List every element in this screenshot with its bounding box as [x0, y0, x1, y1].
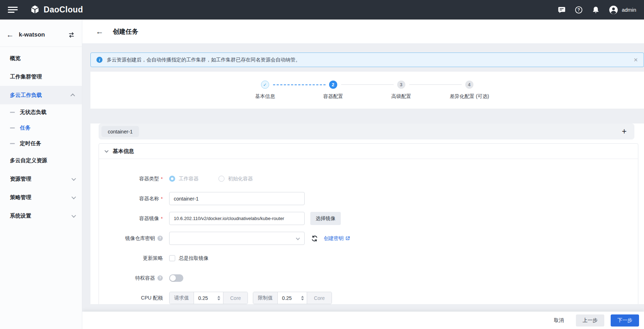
registry-secret-select[interactable]: [169, 232, 305, 245]
step-1-label: 基本信息: [255, 93, 275, 100]
radio-selected-icon: [169, 176, 175, 182]
sidebar-item-jobs[interactable]: 任务: [0, 120, 82, 136]
chat-icon[interactable]: [558, 6, 566, 14]
select-image-button[interactable]: 选择镜像: [310, 212, 341, 225]
sidebar-item-stateless[interactable]: 无状态负载: [0, 104, 82, 120]
update-policy-row: 更新策略 总是拉取镜像: [99, 252, 638, 265]
sidebar-item-custom-resources[interactable]: 多云自定义资源: [0, 151, 82, 170]
brand-name: DaoCloud: [44, 5, 83, 15]
cluster-name: k-watson: [19, 31, 45, 38]
sidebar-item-cluster-mgmt[interactable]: 工作集群管理: [0, 67, 82, 86]
stepper-connector: [409, 84, 462, 85]
sidebar-item-overview[interactable]: 概览: [0, 49, 82, 67]
cpu-limit-input[interactable]: [278, 295, 296, 301]
stepper-panel: ✓ 基本信息 2 容器配置 3 高级配置 4: [90, 72, 644, 109]
prev-step-button[interactable]: 上一步: [576, 314, 604, 327]
dash-icon: [10, 143, 15, 144]
svg-text:?: ?: [578, 7, 580, 12]
step-2: 2 容器配置: [329, 81, 338, 89]
step-4: 4 差异化配置 (可选): [465, 81, 474, 89]
stepper: ✓ 基本信息 2 容器配置 3 高级配置 4: [261, 81, 474, 109]
radio-init-container[interactable]: 初始化容器: [218, 176, 253, 182]
create-secret-link[interactable]: 创建密钥: [324, 235, 350, 242]
cpu-limit-label: 限制值: [253, 292, 278, 304]
chevron-down-icon: [72, 194, 76, 199]
step-3-label: 高级配置: [392, 93, 411, 100]
basic-info-section: 基本信息 容器类型* 工作容器: [99, 143, 638, 304]
page-title: 创建任务: [113, 27, 138, 36]
collapse-chevron-icon: [105, 149, 109, 153]
privileged-row: 特权容器 ?: [99, 272, 638, 285]
tab-container-1[interactable]: container-1: [101, 126, 139, 137]
page-header: ← 创建任务: [82, 20, 644, 43]
sidebar-back-icon[interactable]: ←: [6, 31, 14, 39]
topbar: DaoCloud ?: [0, 0, 644, 20]
cpu-limit-group: 限制值 Core: [253, 292, 332, 304]
step-2-circle: 2: [329, 81, 337, 89]
stepper-arrows[interactable]: [301, 296, 304, 300]
external-link-icon: [345, 236, 350, 241]
stepper-arrows[interactable]: [217, 296, 220, 300]
help-icon[interactable]: ?: [575, 6, 583, 14]
sidebar-item-resource-mgmt[interactable]: 资源管理: [0, 170, 82, 188]
hamburger-menu-icon[interactable]: [8, 5, 18, 14]
sidebar-item-system-settings[interactable]: 系统设置: [0, 207, 82, 225]
username[interactable]: admin: [622, 7, 636, 13]
section-title: 基本信息: [113, 148, 134, 155]
container-name-row: 容器名称*: [99, 192, 638, 205]
stepper-connector: [341, 84, 394, 85]
radio-work-container[interactable]: 工作容器: [169, 176, 199, 182]
sidebar: ← k-watson 概览 工作集群管理 多云工作负载: [0, 20, 82, 329]
daocloud-cube-icon: [30, 5, 40, 15]
cpu-request-label: 请求值: [170, 292, 194, 304]
dash-icon: [10, 127, 15, 128]
info-icon: i: [96, 57, 102, 63]
sidebar-item-policy-mgmt[interactable]: 策略管理: [0, 188, 82, 207]
radio-unselected-icon: [218, 176, 224, 182]
step-4-label: 差异化配置 (可选): [450, 93, 489, 100]
back-icon[interactable]: ←: [96, 27, 104, 36]
close-icon[interactable]: ✕: [633, 57, 638, 63]
container-type-row: 容器类型* 工作容器 初始化容器: [99, 172, 638, 185]
switch-cluster-icon[interactable]: [68, 32, 75, 38]
refresh-icon[interactable]: [311, 235, 318, 242]
brand-logo[interactable]: DaoCloud: [30, 5, 83, 15]
step-3: 3 高级配置: [397, 81, 406, 89]
step-2-label: 容器配置: [323, 93, 343, 100]
stepper-connector: [273, 84, 326, 85]
container-image-row: 容器镜像* 选择镜像: [99, 212, 638, 225]
chevron-down-icon: [72, 213, 76, 218]
next-step-button[interactable]: 下一步: [611, 314, 639, 327]
chevron-down-icon: [72, 176, 76, 181]
main-area: ← 创建任务 i 多云资源创建后，会自动传播指定的工作集群，如工作集群已存在同名…: [82, 20, 644, 329]
section-header[interactable]: 基本信息: [99, 144, 638, 159]
cpu-quota-row: CPU 配额 请求值 Core: [99, 291, 638, 304]
cpu-limit-unit: Core: [307, 292, 331, 304]
always-pull-checkbox[interactable]: [169, 255, 175, 261]
add-container-button[interactable]: +: [622, 127, 627, 136]
cpu-request-group: 请求值 Core: [169, 292, 248, 304]
step-3-circle: 3: [397, 81, 405, 89]
container-name-input[interactable]: [169, 192, 305, 205]
cancel-button[interactable]: 取消: [554, 317, 564, 324]
container-image-input[interactable]: [169, 212, 305, 225]
wizard-footer: 取消 上一步 下一步: [82, 312, 644, 329]
sidebar-item-workloads[interactable]: 多云工作负载: [0, 86, 82, 104]
help-icon[interactable]: ?: [157, 236, 163, 241]
avatar[interactable]: [609, 5, 618, 15]
dash-icon: [10, 112, 15, 113]
form-panel: container-1 + 基本信息 容器类型*: [90, 124, 644, 304]
info-banner: i 多云资源创建后，会自动传播指定的工作集群，如工作集群已存在同名资源会自动纳管…: [90, 53, 644, 67]
chevron-up-icon: [71, 93, 75, 98]
help-icon[interactable]: ?: [157, 275, 163, 281]
step-4-circle: 4: [465, 81, 473, 89]
registry-secret-row: 镜像仓库密钥 ?: [99, 232, 638, 245]
sidebar-item-cronjobs[interactable]: 定时任务: [0, 136, 82, 151]
notification-bell-icon[interactable]: [592, 6, 600, 14]
chevron-down-icon: [296, 236, 300, 240]
privileged-toggle[interactable]: [169, 274, 183, 282]
info-banner-text: 多云资源创建后，会自动传播指定的工作集群，如工作集群已存在同名资源会自动纳管。: [107, 57, 300, 63]
content-scroll[interactable]: i 多云资源创建后，会自动传播指定的工作集群，如工作集群已存在同名资源会自动纳管…: [82, 43, 644, 304]
cpu-request-input[interactable]: [194, 295, 212, 301]
step-1: ✓ 基本信息: [261, 81, 270, 89]
